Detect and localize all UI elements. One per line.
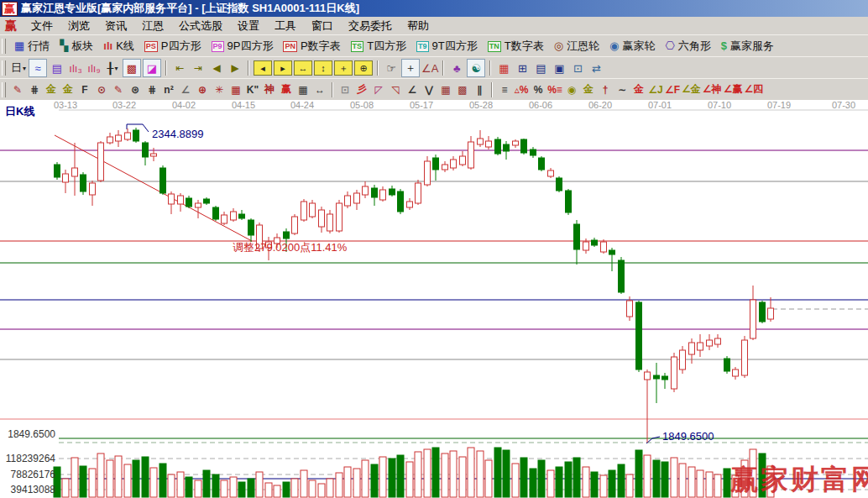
p-square-button[interactable]: PSP四方形 [139,38,207,55]
ying-grid-tool[interactable]: 赢 [279,82,294,97]
j-angle-tool[interactable]: ∠J [648,82,663,97]
nav-prev-button[interactable]: ◀ [208,60,225,76]
9p-square-button[interactable]: P99P四方形 [207,38,279,55]
bars-3-icon[interactable]: ılı₃ [67,60,84,76]
color-chart-icon[interactable]: ◪ [143,59,161,77]
winner-service-button-icon: $ [721,40,727,52]
9t-square-button[interactable]: T99T四方形 [411,38,483,55]
crosshair-tool-icon[interactable]: ＋ [401,59,420,77]
circle-cross-tool[interactable]: ⊕ [195,82,210,97]
zoom-diamond-right[interactable]: ▸ [274,60,292,76]
menu-news[interactable]: 资讯 [97,18,134,34]
percent-lines-tool[interactable]: %≡ [547,82,562,97]
gold-lines-tool[interactable]: 金 [581,82,596,97]
gold-fence-tool-2[interactable]: 金 [60,82,76,97]
sectors-button[interactable]: ▚板块 [55,38,98,55]
percent-tool[interactable]: % [531,82,546,97]
trend-overlay-icon[interactable]: ≈ [29,59,47,77]
bars-9-icon[interactable]: ılı₉ [86,60,102,76]
save-icon[interactable]: ▣ [551,60,567,76]
candle-style-dropdown[interactable]: ╂▾ [104,60,121,76]
star-circle-tool[interactable]: ✳ [212,82,227,97]
menu-window[interactable]: 窗口 [304,18,341,34]
percent-triangle-tool[interactable]: ▵% [514,82,529,97]
toolbar-grip[interactable] [2,39,6,54]
rays-fan-tool[interactable]: 彡 [354,82,369,97]
angle-tool[interactable]: ∠ [178,82,193,97]
v-lines-tool[interactable]: ⋁ [421,82,437,97]
smart-analysis-icon[interactable]: ☯ [467,59,485,77]
spiral-tool[interactable]: ⊙ [94,82,109,97]
box-rays-tool-2[interactable]: ◹ [388,82,403,97]
t-square-button[interactable]: TST四方形 [346,38,411,55]
four-angle-tool[interactable]: ∠四 [744,82,763,97]
n-square-tool[interactable]: n² [161,82,176,97]
k-notation-tool[interactable]: K" [245,82,260,97]
winner-service-button[interactable]: $赢家服务 [716,38,779,55]
notepad-icon[interactable]: ▤ [532,60,549,76]
period-day-dropdown[interactable]: 日▾ [10,60,27,76]
f-fence-tool[interactable]: F [77,82,92,97]
hand-tool-icon[interactable]: ☞ [383,60,400,76]
ying-angle-tool[interactable]: ∠赢 [724,82,743,97]
gann-grid-tool[interactable]: ▦ [438,82,453,97]
angle-measure-icon[interactable]: ∠A [421,60,438,76]
plain-fence-tool[interactable]: ⋕ [144,82,159,97]
fence-tool[interactable]: ⋕ [27,82,42,97]
grid-circle-tool[interactable]: ▦ [228,82,243,97]
kline-button[interactable]: ılıK线 [98,38,139,55]
menu-tools[interactable]: 工具 [267,18,304,34]
gann-wheel-button[interactable]: ◎江恩轮 [549,38,604,55]
kline-chart[interactable]: 03-1303-2204-0204-1504-2405-0805-1705-28… [0,100,868,498]
angle-rays-tool[interactable]: ∠ [405,82,420,97]
grid-tool[interactable]: ▦ [295,82,311,97]
toolbar-grip[interactable] [2,60,6,76]
box-rays-tool-1[interactable]: ◸ [371,82,386,97]
hexagon-button[interactable]: ⎔六角形 [660,38,715,55]
info-panel-icon[interactable]: ▤ [49,60,65,76]
percent-bars-tool[interactable]: ≡ [497,82,512,97]
zoom-diamond-horizontal[interactable]: ↔ [294,60,312,76]
zoom-diamond-expand[interactable]: ＋ [334,60,353,76]
gold-red-tool[interactable]: 金 [631,82,646,97]
zoom-diamond-all[interactable]: ⊕ [354,60,373,76]
nav-last-button[interactable]: ⇥ [190,60,207,76]
box-tool[interactable]: ⊡ [337,82,353,97]
toolbar-grip[interactable] [2,82,6,97]
gold-circle-tool[interactable]: ◉ [564,82,579,97]
calendar-icon[interactable]: ▦ [495,60,512,76]
shen-angle-tool[interactable]: ∠神 [703,82,722,97]
gold-angle-tool[interactable]: ∠金 [682,82,701,97]
gann-grid-box-tool[interactable]: ▩ [455,82,470,97]
brush-tool[interactable]: ✎ [111,82,126,97]
draw-pen-tool[interactable]: ✎ [10,82,25,97]
candle-pen-tool[interactable]: † [598,82,613,97]
menu-file[interactable]: 文件 [24,18,60,34]
export-icon[interactable]: ⊡ [569,60,586,76]
menu-gann[interactable]: 江恩 [134,18,171,34]
menu-trade-order[interactable]: 交易委托 [341,18,400,34]
wave-tool[interactable]: ∼ [614,82,630,97]
menu-formula-stock-pick[interactable]: 公式选股 [171,18,230,34]
gold-fence-tool-1[interactable]: 金 [44,82,59,97]
winner-wheel-button[interactable]: ◉赢家轮 [604,38,660,55]
zoom-diamond-vertical[interactable]: ↕ [314,60,332,76]
p-number-table-button[interactable]: PNP数字表 [278,38,345,55]
t-number-table-button[interactable]: TNT数字表 [483,38,549,55]
gann-circle-tool[interactable]: ⊛ [128,82,143,97]
calculator-icon[interactable]: ⊞ [514,60,531,76]
sync-icon[interactable]: ⇄ [588,60,604,76]
width-arrow-tool[interactable]: ↔ [312,82,327,97]
quotes-button[interactable]: ▦行情 [9,38,55,55]
tree-view-icon[interactable]: ♣ [448,60,465,76]
parallel-lines-tool[interactable]: ∥ [472,82,487,97]
zoom-diamond-left[interactable]: ◂ [254,60,272,76]
menu-help[interactable]: 帮助 [400,18,437,34]
menu-settings[interactable]: 设置 [230,18,267,34]
nav-next-button[interactable]: ▶ [227,60,243,76]
menu-browse[interactable]: 浏览 [60,18,97,34]
nav-first-button[interactable]: ⇤ [171,60,188,76]
pattern-overlay-icon[interactable]: ▩ [123,59,141,77]
shen-grid-tool[interactable]: 神 [262,82,277,97]
f-angle-tool[interactable]: ∠F [665,82,680,97]
